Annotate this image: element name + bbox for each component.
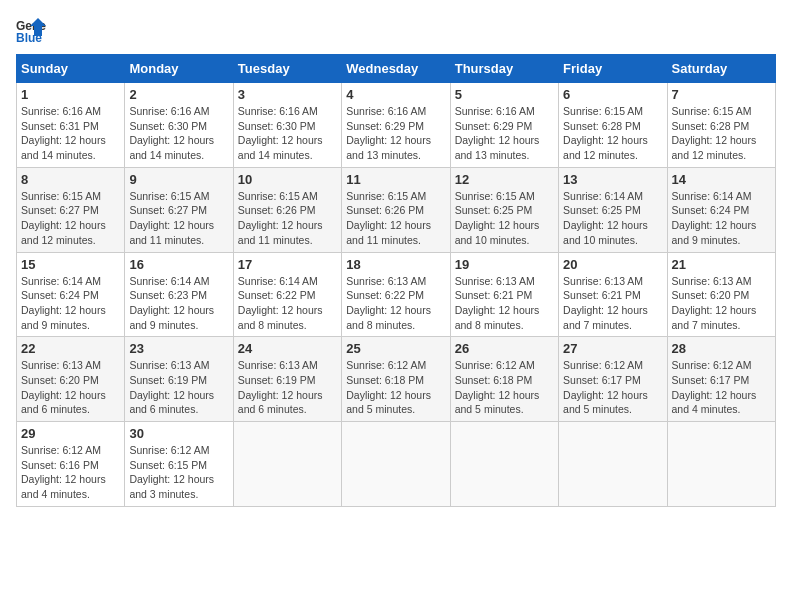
day-info: Sunrise: 6:12 AM Sunset: 6:15 PM Dayligh… [129,443,228,502]
day-info: Sunrise: 6:15 AM Sunset: 6:28 PM Dayligh… [563,104,662,163]
day-info: Sunrise: 6:13 AM Sunset: 6:22 PM Dayligh… [346,274,445,333]
day-number: 14 [672,172,771,187]
day-number: 6 [563,87,662,102]
day-info: Sunrise: 6:12 AM Sunset: 6:17 PM Dayligh… [563,358,662,417]
day-info: Sunrise: 6:12 AM Sunset: 6:18 PM Dayligh… [455,358,554,417]
day-number: 18 [346,257,445,272]
day-info: Sunrise: 6:14 AM Sunset: 6:24 PM Dayligh… [21,274,120,333]
column-header-saturday: Saturday [667,55,775,83]
day-number: 12 [455,172,554,187]
day-number: 29 [21,426,120,441]
calendar-cell: 24Sunrise: 6:13 AM Sunset: 6:19 PM Dayli… [233,337,341,422]
calendar-cell: 19Sunrise: 6:13 AM Sunset: 6:21 PM Dayli… [450,252,558,337]
calendar-cell [559,422,667,507]
day-number: 25 [346,341,445,356]
day-number: 22 [21,341,120,356]
calendar-cell: 7Sunrise: 6:15 AM Sunset: 6:28 PM Daylig… [667,83,775,168]
day-number: 23 [129,341,228,356]
day-number: 30 [129,426,228,441]
calendar-cell: 25Sunrise: 6:12 AM Sunset: 6:18 PM Dayli… [342,337,450,422]
day-info: Sunrise: 6:14 AM Sunset: 6:24 PM Dayligh… [672,189,771,248]
day-info: Sunrise: 6:13 AM Sunset: 6:20 PM Dayligh… [672,274,771,333]
day-number: 15 [21,257,120,272]
day-number: 1 [21,87,120,102]
day-info: Sunrise: 6:15 AM Sunset: 6:27 PM Dayligh… [21,189,120,248]
day-info: Sunrise: 6:15 AM Sunset: 6:25 PM Dayligh… [455,189,554,248]
day-number: 21 [672,257,771,272]
day-number: 3 [238,87,337,102]
calendar-cell [342,422,450,507]
day-number: 27 [563,341,662,356]
day-info: Sunrise: 6:16 AM Sunset: 6:29 PM Dayligh… [346,104,445,163]
day-number: 10 [238,172,337,187]
day-info: Sunrise: 6:16 AM Sunset: 6:31 PM Dayligh… [21,104,120,163]
day-number: 4 [346,87,445,102]
calendar-cell [667,422,775,507]
calendar-cell: 21Sunrise: 6:13 AM Sunset: 6:20 PM Dayli… [667,252,775,337]
column-header-thursday: Thursday [450,55,558,83]
day-number: 20 [563,257,662,272]
calendar-cell: 23Sunrise: 6:13 AM Sunset: 6:19 PM Dayli… [125,337,233,422]
calendar-cell: 4Sunrise: 6:16 AM Sunset: 6:29 PM Daylig… [342,83,450,168]
day-number: 7 [672,87,771,102]
day-number: 5 [455,87,554,102]
day-number: 19 [455,257,554,272]
day-number: 26 [455,341,554,356]
calendar-cell: 22Sunrise: 6:13 AM Sunset: 6:20 PM Dayli… [17,337,125,422]
day-number: 11 [346,172,445,187]
calendar-cell: 2Sunrise: 6:16 AM Sunset: 6:30 PM Daylig… [125,83,233,168]
day-info: Sunrise: 6:16 AM Sunset: 6:29 PM Dayligh… [455,104,554,163]
day-info: Sunrise: 6:15 AM Sunset: 6:27 PM Dayligh… [129,189,228,248]
day-info: Sunrise: 6:16 AM Sunset: 6:30 PM Dayligh… [129,104,228,163]
calendar-cell: 20Sunrise: 6:13 AM Sunset: 6:21 PM Dayli… [559,252,667,337]
day-info: Sunrise: 6:12 AM Sunset: 6:17 PM Dayligh… [672,358,771,417]
calendar-cell: 14Sunrise: 6:14 AM Sunset: 6:24 PM Dayli… [667,167,775,252]
day-info: Sunrise: 6:13 AM Sunset: 6:21 PM Dayligh… [563,274,662,333]
calendar-cell: 27Sunrise: 6:12 AM Sunset: 6:17 PM Dayli… [559,337,667,422]
calendar-cell: 28Sunrise: 6:12 AM Sunset: 6:17 PM Dayli… [667,337,775,422]
calendar-cell [450,422,558,507]
day-info: Sunrise: 6:12 AM Sunset: 6:18 PM Dayligh… [346,358,445,417]
logo-icon: General Blue [16,16,46,46]
day-number: 17 [238,257,337,272]
calendar-cell: 16Sunrise: 6:14 AM Sunset: 6:23 PM Dayli… [125,252,233,337]
calendar-cell: 3Sunrise: 6:16 AM Sunset: 6:30 PM Daylig… [233,83,341,168]
day-info: Sunrise: 6:13 AM Sunset: 6:19 PM Dayligh… [129,358,228,417]
calendar-cell: 29Sunrise: 6:12 AM Sunset: 6:16 PM Dayli… [17,422,125,507]
calendar-table: SundayMondayTuesdayWednesdayThursdayFrid… [16,54,776,507]
calendar-cell: 10Sunrise: 6:15 AM Sunset: 6:26 PM Dayli… [233,167,341,252]
calendar-cell: 8Sunrise: 6:15 AM Sunset: 6:27 PM Daylig… [17,167,125,252]
column-header-friday: Friday [559,55,667,83]
calendar-cell: 1Sunrise: 6:16 AM Sunset: 6:31 PM Daylig… [17,83,125,168]
calendar-cell: 13Sunrise: 6:14 AM Sunset: 6:25 PM Dayli… [559,167,667,252]
calendar-cell: 15Sunrise: 6:14 AM Sunset: 6:24 PM Dayli… [17,252,125,337]
calendar-cell: 9Sunrise: 6:15 AM Sunset: 6:27 PM Daylig… [125,167,233,252]
day-number: 24 [238,341,337,356]
column-header-wednesday: Wednesday [342,55,450,83]
calendar-cell: 11Sunrise: 6:15 AM Sunset: 6:26 PM Dayli… [342,167,450,252]
column-header-monday: Monday [125,55,233,83]
calendar-cell: 12Sunrise: 6:15 AM Sunset: 6:25 PM Dayli… [450,167,558,252]
day-number: 9 [129,172,228,187]
day-info: Sunrise: 6:13 AM Sunset: 6:19 PM Dayligh… [238,358,337,417]
day-info: Sunrise: 6:15 AM Sunset: 6:26 PM Dayligh… [238,189,337,248]
day-info: Sunrise: 6:12 AM Sunset: 6:16 PM Dayligh… [21,443,120,502]
day-number: 13 [563,172,662,187]
day-number: 28 [672,341,771,356]
day-info: Sunrise: 6:15 AM Sunset: 6:26 PM Dayligh… [346,189,445,248]
calendar-cell: 17Sunrise: 6:14 AM Sunset: 6:22 PM Dayli… [233,252,341,337]
day-info: Sunrise: 6:13 AM Sunset: 6:20 PM Dayligh… [21,358,120,417]
day-info: Sunrise: 6:14 AM Sunset: 6:25 PM Dayligh… [563,189,662,248]
day-number: 8 [21,172,120,187]
calendar-cell: 30Sunrise: 6:12 AM Sunset: 6:15 PM Dayli… [125,422,233,507]
logo: General Blue [16,16,50,46]
column-header-sunday: Sunday [17,55,125,83]
day-info: Sunrise: 6:15 AM Sunset: 6:28 PM Dayligh… [672,104,771,163]
day-info: Sunrise: 6:14 AM Sunset: 6:22 PM Dayligh… [238,274,337,333]
calendar-cell: 26Sunrise: 6:12 AM Sunset: 6:18 PM Dayli… [450,337,558,422]
calendar-cell [233,422,341,507]
calendar-cell: 5Sunrise: 6:16 AM Sunset: 6:29 PM Daylig… [450,83,558,168]
calendar-cell: 6Sunrise: 6:15 AM Sunset: 6:28 PM Daylig… [559,83,667,168]
column-header-tuesday: Tuesday [233,55,341,83]
day-number: 16 [129,257,228,272]
